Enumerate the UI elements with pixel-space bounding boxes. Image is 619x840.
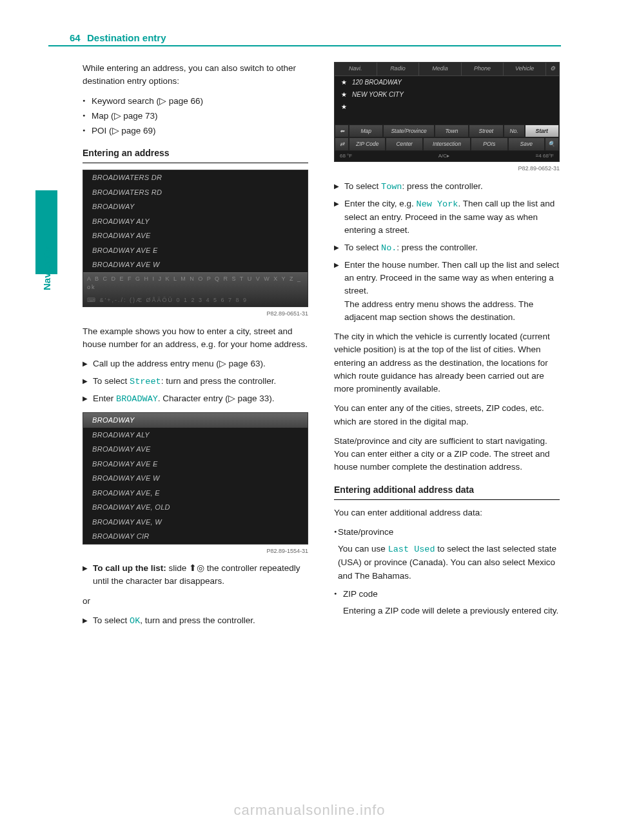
list-item: BROADWAY AVE	[83, 228, 308, 243]
list-item: BROADWAY AVE E	[83, 457, 308, 472]
step-list: ▶To select Town: press the controller. ▶…	[334, 180, 560, 325]
step-icon: ▶	[83, 357, 93, 370]
page-title: Destination entry	[87, 31, 166, 46]
step-body: Enter BROADWAY. Character entry (▷ page …	[93, 392, 308, 406]
list-item: BROADWAY	[83, 413, 308, 428]
list-item: BROADWAY ALY	[83, 214, 308, 229]
btn-center: Center	[386, 137, 422, 151]
btn-town: Town	[435, 125, 469, 138]
list-item: BROADWAY CIR	[83, 529, 308, 544]
button-row-1: ⬅ Map State/Province Town Street No. Sta…	[335, 125, 559, 138]
btn-save: Save	[508, 137, 545, 151]
bullet-icon: ●	[334, 588, 343, 618]
character-bar-2: ⌨ &'+,-./: ()Æ ØÅÄÖÜ 0 1 2 3 4 5 6 7 8 9	[83, 294, 308, 307]
left-column: While entering an address, you can also …	[83, 62, 308, 634]
comand-screenshot-keyboard: BROADWATERS DR BROADWATERS RD BROADWAY B…	[83, 170, 308, 307]
body-text: The example shows you how to enter a cit…	[83, 325, 308, 352]
step-body: To select Street: turn and press the con…	[93, 375, 308, 388]
body-text: The city in which the vehicle is current…	[334, 330, 560, 395]
tab-radio: Radio	[377, 63, 420, 75]
tab-vehicle: Vehicle	[504, 63, 546, 75]
btn-no: No.	[504, 125, 525, 138]
tab-settings-icon: ⚙	[546, 63, 559, 75]
option-keyword: Keyword search (▷ page 66)	[92, 95, 203, 108]
section-heading-entering-address: Entering an address	[83, 146, 308, 160]
or-text: or	[83, 595, 308, 608]
btn-intersection: Intersection	[423, 137, 471, 151]
list-item: BROADWATERS DR	[83, 170, 308, 185]
address-line: NEW YORK CITY	[352, 90, 404, 99]
comand-screenshot-address-menu: Navi. Radio Media Phone Vehicle ⚙ ★120 B…	[334, 62, 560, 162]
section-rule	[334, 499, 560, 500]
step-icon: ▶	[334, 180, 344, 194]
search-icon: 🔍	[545, 137, 559, 151]
list-item: BROADWAY AVE, OLD	[83, 500, 308, 515]
character-bar: A B C D E F G H I J K L M N O P Q R S T …	[83, 272, 308, 294]
status-bar: 68 °F A/C▸ ≡4 68°F	[335, 151, 559, 161]
star-icon: ★	[341, 77, 347, 87]
body-text: State/province and city are sufficient t…	[334, 435, 560, 474]
btn-map: Map	[349, 125, 383, 138]
list-item: BROADWAY	[83, 199, 308, 214]
step-list: ▶To select OK, turn and press the contro…	[83, 614, 308, 628]
star-icon: ★	[341, 102, 347, 112]
list-item: BROADWAY AVE, E	[83, 486, 308, 501]
right-column: Navi. Radio Media Phone Vehicle ⚙ ★120 B…	[334, 62, 560, 634]
body-text: You can enter additional address data:	[334, 506, 560, 519]
step-list: ▶To call up the list: slide ⬆◎ the contr…	[83, 562, 308, 588]
bullet-label: ZIP code	[343, 588, 558, 601]
list-item: BROADWAY AVE W	[83, 471, 308, 486]
nav-tabs: Navi. Radio Media Phone Vehicle ⚙	[335, 63, 559, 76]
additional-data-list: ● State/province You can use Last Used t…	[334, 526, 560, 618]
btn-zip: ZIP Code	[349, 137, 386, 151]
comand-screenshot-list: BROADWAY BROADWAY ALY BROADWAY AVE BROAD…	[83, 412, 308, 545]
list-item: BROADWATERS RD	[83, 185, 308, 200]
bullet-icon: ●	[83, 110, 92, 123]
step-body: To select Town: press the controller.	[344, 180, 560, 194]
content-area: While entering an address, you can also …	[83, 62, 560, 634]
step-icon: ▶	[334, 241, 344, 255]
list-item: BROADWAY AVE	[83, 442, 308, 457]
page-number: 64	[70, 31, 81, 46]
step-body: Enter the house number. Then call up the…	[344, 259, 560, 324]
bullet-body: ZIP code Entering a ZIP code will delete…	[343, 588, 558, 618]
btn-start: Start	[525, 125, 559, 138]
list-item: BROADWAY AVE, W	[83, 515, 308, 530]
bullet-body: State/province You can use Last Used to …	[338, 526, 560, 583]
step-body: Call up the address entry menu (▷ page 6…	[93, 357, 308, 370]
figure-caption: P82.89-1554-31	[83, 547, 308, 556]
step-list: ▶Call up the address entry menu (▷ page …	[83, 357, 308, 406]
address-line: 120 BROADWAY	[352, 77, 402, 87]
figure-caption: P82.89-0652-31	[334, 165, 560, 174]
back-icon: ⬅	[335, 125, 349, 138]
options-list: ●Keyword search (▷ page 66) ●Map (▷ page…	[83, 95, 308, 138]
btn-pois: POIs	[471, 137, 507, 151]
step-body: Enter the city, e.g. New York. Then call…	[344, 197, 560, 237]
status-ac: A/C▸	[438, 152, 449, 160]
btn-street: Street	[469, 125, 503, 138]
list-item: BROADWAY AVE W	[83, 257, 308, 272]
step-body: To select No.: press the controller.	[344, 241, 560, 255]
step-icon: ▶	[83, 375, 93, 388]
button-row-2: ⇄ ZIP Code Center Intersection POIs Save…	[335, 137, 559, 151]
header-rule	[48, 45, 561, 46]
step-body: To select OK, turn and press the control…	[93, 614, 308, 628]
step-icon: ▶	[83, 562, 93, 588]
status-temp-right: ≡4 68°F	[536, 152, 554, 160]
tab-navi: Navi.	[335, 63, 377, 75]
option-poi: POI (▷ page 69)	[92, 125, 156, 137]
section-rule	[83, 163, 308, 163]
bullet-label: State/province	[338, 526, 560, 539]
step-icon: ▶	[83, 614, 93, 628]
tab-media: Media	[419, 63, 462, 75]
option-map: Map (▷ page 73)	[92, 110, 158, 123]
swap-icon: ⇄	[335, 137, 349, 151]
intro-text: While entering an address, you can also …	[83, 62, 308, 88]
star-icon: ★	[341, 90, 347, 99]
section-heading-additional-data: Entering additional address data	[334, 483, 560, 497]
bullet-icon: ●	[83, 95, 92, 108]
side-label: Navigation	[40, 241, 55, 290]
step-icon: ▶	[334, 259, 344, 324]
step-icon: ▶	[83, 392, 93, 406]
step-icon: ▶	[334, 197, 344, 237]
